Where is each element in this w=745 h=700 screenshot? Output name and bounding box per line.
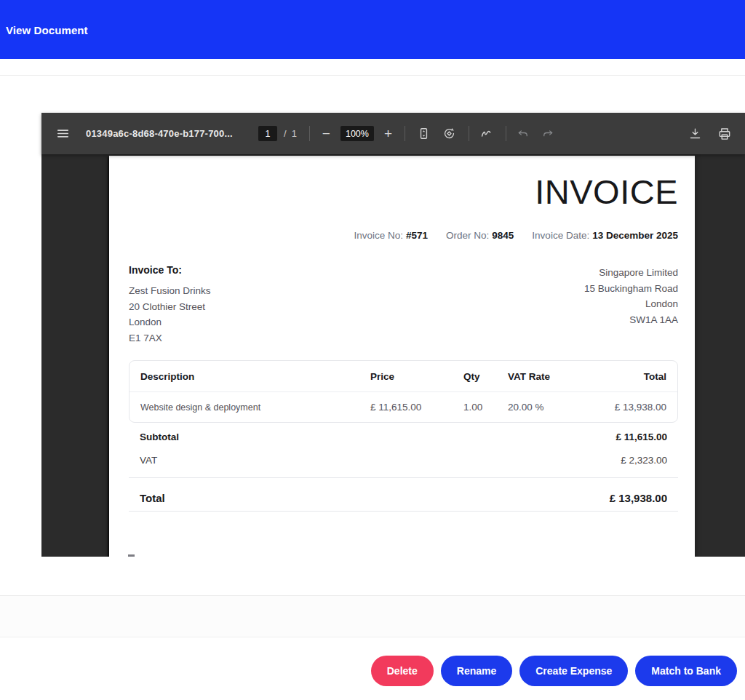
supplier-line: 15 Buckingham Road — [584, 281, 678, 297]
toolbar-divider — [469, 126, 469, 141]
pdf-canvas[interactable]: INVOICE Invoice No:#571 Order No:9845 In… — [41, 154, 745, 557]
col-qty: Qty — [463, 371, 508, 382]
invoice-title: INVOICE — [535, 172, 678, 212]
zoom-in-button[interactable]: + — [384, 127, 392, 140]
cell-total: £ 13,938.00 — [595, 402, 666, 413]
page-title: View Document — [6, 23, 88, 36]
page-separator: / — [284, 128, 287, 139]
invoice-to-line: E1 7AX — [129, 330, 211, 346]
cell-qty: 1.00 — [463, 402, 508, 413]
invoice-to-line: Zest Fusion Drinks — [129, 283, 211, 299]
document-filename: 01349a6c-8d68-470e-b177-700... — [86, 128, 233, 139]
invoice-number: Invoice No:#571 — [354, 230, 428, 241]
pdf-viewer: 01349a6c-8d68-470e-b177-700... 1 / 1 − 1… — [41, 113, 745, 557]
line-items-table: Description Price Qty VAT Rate Total Web… — [129, 360, 678, 423]
col-description: Description — [140, 371, 370, 382]
rotate-icon[interactable] — [442, 127, 456, 140]
vat-row: VAT £ 2,323.00 — [140, 455, 667, 466]
toolbar-divider — [506, 126, 506, 141]
action-bar: Delete Rename Create Expense Match to Ba… — [371, 656, 737, 686]
invoice-to-line: London — [129, 314, 211, 330]
table-header-row: Description Price Qty VAT Rate Total — [130, 361, 677, 392]
supplier-line: Singapore Limited — [584, 265, 678, 281]
order-number: Order No:9845 — [446, 230, 514, 241]
header-divider — [0, 75, 745, 76]
match-to-bank-button[interactable]: Match to Bank — [635, 656, 737, 686]
zoom-out-button[interactable]: − — [322, 127, 330, 140]
invoice-to-label: Invoice To: — [129, 264, 211, 276]
footer-band — [0, 595, 745, 637]
subtotal-label: Subtotal — [140, 431, 179, 442]
col-price: Price — [370, 371, 463, 382]
zoom-level-input[interactable]: 100% — [340, 126, 374, 141]
invoice-meta: Invoice No:#571 Order No:9845 Invoice Da… — [354, 230, 678, 241]
cell-description: Website design & deployment — [140, 402, 370, 413]
totals-divider — [129, 511, 678, 512]
totals-divider — [129, 477, 678, 478]
delete-button[interactable]: Delete — [371, 656, 434, 686]
total-value: £ 13,938.00 — [610, 492, 667, 504]
clipped-content-sliver — [128, 554, 135, 557]
subtotal-row: Subtotal £ 11,615.00 — [140, 431, 667, 442]
toolbar-divider — [309, 126, 310, 141]
invoice-to-line: 20 Clothier Street — [129, 299, 211, 315]
download-icon[interactable] — [688, 127, 702, 140]
invoice-page: INVOICE Invoice No:#571 Order No:9845 In… — [109, 156, 695, 557]
cell-vat-rate: 20.00 % — [508, 402, 595, 413]
undo-icon[interactable] — [517, 127, 530, 140]
redo-icon[interactable] — [541, 127, 554, 140]
annotate-pen-icon[interactable] — [479, 127, 493, 140]
table-row: Website design & deployment £ 11,615.00 … — [130, 392, 677, 422]
print-icon[interactable] — [717, 127, 732, 141]
invoice-to-block: Invoice To: Zest Fusion Drinks 20 Clothi… — [129, 264, 211, 346]
app-header: View Document — [0, 0, 745, 59]
rename-button[interactable]: Rename — [441, 656, 512, 686]
create-expense-button[interactable]: Create Expense — [519, 656, 628, 686]
fit-to-page-icon[interactable] — [417, 127, 431, 140]
supplier-line: London — [584, 296, 678, 312]
vat-label: VAT — [140, 455, 157, 466]
subtotal-value: £ 11,615.00 — [615, 431, 667, 442]
pdf-toolbar: 01349a6c-8d68-470e-b177-700... 1 / 1 − 1… — [41, 113, 745, 154]
invoice-date: Invoice Date:13 December 2025 — [532, 230, 678, 241]
total-row: Total £ 13,938.00 — [140, 492, 667, 504]
supplier-block: Singapore Limited 15 Buckingham Road Lon… — [584, 265, 678, 327]
col-total: Total — [595, 371, 666, 382]
supplier-line: SW1A 1AA — [584, 312, 678, 328]
page-number-input[interactable]: 1 — [258, 126, 277, 141]
col-vat-rate: VAT Rate — [508, 371, 595, 382]
vat-value: £ 2,323.00 — [621, 455, 667, 466]
page-total: 1 — [292, 128, 297, 139]
cell-price: £ 11,615.00 — [370, 402, 463, 413]
total-label: Total — [140, 492, 165, 504]
menu-icon[interactable] — [56, 127, 70, 140]
toolbar-divider — [405, 126, 405, 141]
